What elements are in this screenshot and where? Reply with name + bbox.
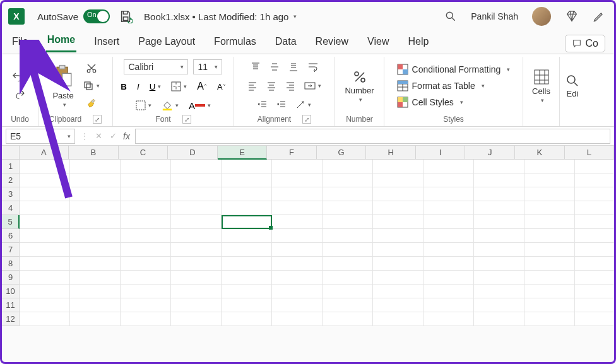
row-header[interactable]: 2 bbox=[2, 173, 20, 187]
cell[interactable] bbox=[222, 215, 272, 229]
copy-button[interactable]: ▾ bbox=[81, 79, 101, 93]
wrap-text-button[interactable] bbox=[306, 61, 320, 73]
cell[interactable] bbox=[373, 257, 424, 271]
user-name[interactable]: Pankil Shah bbox=[471, 11, 518, 21]
cell[interactable] bbox=[272, 173, 323, 187]
cell[interactable] bbox=[70, 229, 121, 243]
cell[interactable] bbox=[20, 215, 70, 229]
cell[interactable] bbox=[575, 173, 616, 187]
cell[interactable] bbox=[20, 201, 70, 215]
select-all-corner[interactable] bbox=[2, 146, 20, 160]
cell[interactable] bbox=[323, 257, 373, 271]
decrease-font-button[interactable]: A˅ bbox=[216, 81, 227, 93]
align-middle-button[interactable] bbox=[268, 61, 281, 73]
cell[interactable] bbox=[373, 173, 424, 187]
cell[interactable] bbox=[20, 285, 70, 298]
cell[interactable] bbox=[121, 229, 171, 243]
cell[interactable] bbox=[524, 298, 575, 312]
row-header[interactable]: 10 bbox=[2, 285, 20, 298]
cell[interactable] bbox=[272, 312, 323, 326]
cell[interactable] bbox=[171, 298, 222, 312]
cell[interactable] bbox=[70, 312, 121, 326]
cell[interactable] bbox=[524, 312, 575, 326]
tab-view[interactable]: View bbox=[366, 33, 390, 52]
cell[interactable] bbox=[222, 271, 272, 285]
enter-formula-button[interactable]: ✓ bbox=[109, 130, 118, 142]
decrease-indent-button[interactable] bbox=[256, 98, 269, 111]
column-header[interactable]: B bbox=[69, 146, 119, 160]
increase-font-button[interactable]: A˄ bbox=[196, 79, 208, 93]
diamond-icon[interactable] bbox=[565, 9, 579, 23]
cell[interactable] bbox=[323, 271, 373, 285]
comments-button[interactable]: Co bbox=[565, 35, 605, 52]
cell[interactable] bbox=[70, 215, 121, 229]
row-header[interactable]: 5 bbox=[2, 215, 20, 229]
cell[interactable] bbox=[575, 243, 616, 257]
merge-button[interactable]: ▾ bbox=[303, 79, 323, 92]
cell[interactable] bbox=[272, 257, 323, 271]
cell[interactable] bbox=[575, 160, 616, 173]
undo-button[interactable]: ▾ bbox=[9, 70, 31, 84]
cell[interactable] bbox=[222, 285, 272, 298]
cell[interactable] bbox=[373, 229, 424, 243]
cell[interactable] bbox=[70, 257, 121, 271]
paste-button[interactable]: Paste ▾ bbox=[50, 63, 76, 109]
row-header[interactable]: 11 bbox=[2, 298, 20, 312]
cell-styles-button[interactable]: Cell Styles▾ bbox=[397, 97, 511, 108]
borders-button[interactable]: ▾ bbox=[134, 99, 153, 112]
column-header[interactable]: G bbox=[317, 146, 367, 160]
row-header[interactable]: 6 bbox=[2, 229, 20, 243]
cell[interactable] bbox=[171, 173, 222, 187]
row-header[interactable]: 8 bbox=[2, 257, 20, 271]
autosave-toggle[interactable]: AutoSave On bbox=[37, 9, 110, 23]
cell[interactable] bbox=[373, 298, 424, 312]
cell[interactable] bbox=[474, 187, 524, 201]
cell[interactable] bbox=[70, 173, 121, 187]
cell[interactable] bbox=[20, 229, 70, 243]
cell[interactable] bbox=[424, 215, 474, 229]
cell[interactable] bbox=[272, 298, 323, 312]
cell[interactable] bbox=[373, 271, 424, 285]
column-header[interactable]: H bbox=[366, 146, 416, 160]
column-header[interactable]: A bbox=[20, 146, 69, 160]
cell[interactable] bbox=[575, 201, 616, 215]
format-painter-button[interactable] bbox=[85, 97, 98, 110]
avatar[interactable] bbox=[532, 7, 551, 26]
cell[interactable] bbox=[424, 257, 474, 271]
cell[interactable] bbox=[323, 201, 373, 215]
cell[interactable] bbox=[222, 257, 272, 271]
cell[interactable] bbox=[121, 312, 171, 326]
tab-home[interactable]: Home bbox=[46, 32, 76, 52]
cell[interactable] bbox=[524, 271, 575, 285]
tab-page-layout[interactable]: Page Layout bbox=[137, 33, 196, 52]
cell[interactable] bbox=[272, 215, 323, 229]
cell[interactable] bbox=[121, 187, 171, 201]
cell[interactable] bbox=[121, 257, 171, 271]
cell[interactable] bbox=[474, 271, 524, 285]
search-icon[interactable] bbox=[444, 10, 457, 23]
cell[interactable] bbox=[171, 201, 222, 215]
font-color-button[interactable]: A▾ bbox=[187, 99, 212, 112]
cell[interactable] bbox=[524, 215, 575, 229]
cell[interactable] bbox=[171, 257, 222, 271]
orientation-button[interactable]: ▾ bbox=[294, 98, 312, 111]
cell[interactable] bbox=[121, 201, 171, 215]
clipboard-launcher-icon[interactable]: ⤢ bbox=[93, 115, 102, 124]
cell[interactable] bbox=[121, 215, 171, 229]
cell[interactable] bbox=[524, 173, 575, 187]
cell[interactable] bbox=[121, 285, 171, 298]
cell[interactable] bbox=[70, 298, 121, 312]
cell[interactable] bbox=[222, 229, 272, 243]
cell[interactable] bbox=[424, 271, 474, 285]
alignment-launcher-icon[interactable]: ⤢ bbox=[302, 115, 311, 124]
cell[interactable] bbox=[474, 215, 524, 229]
cell[interactable] bbox=[272, 187, 323, 201]
align-right-button[interactable] bbox=[284, 79, 297, 92]
cell[interactable] bbox=[70, 201, 121, 215]
cell[interactable] bbox=[424, 201, 474, 215]
tab-help[interactable]: Help bbox=[406, 33, 430, 52]
cancel-formula-button[interactable]: ✕ bbox=[94, 130, 104, 142]
cell[interactable] bbox=[424, 285, 474, 298]
format-as-table-button[interactable]: Format as Table▾ bbox=[397, 80, 511, 91]
cell[interactable] bbox=[121, 298, 171, 312]
